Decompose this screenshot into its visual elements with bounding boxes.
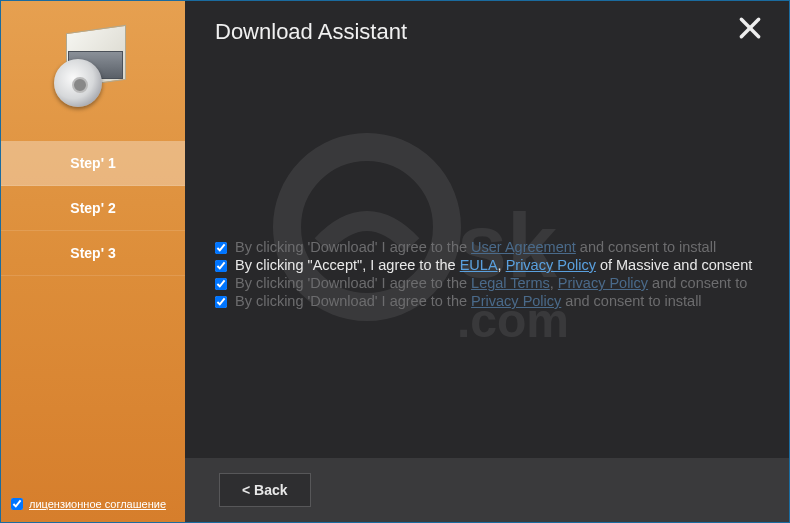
consent-post-text: and consent to install [576, 239, 716, 255]
consent-text: By clicking "Accept", I agree to the EUL… [235, 257, 752, 273]
consent-link[interactable]: Privacy Policy [558, 275, 648, 291]
main-panel: Download Assistant sk .com By clicking '… [185, 1, 789, 522]
consent-row: By clicking 'Download' I agree to the Pr… [215, 293, 769, 309]
step-1[interactable]: Step' 1 [1, 141, 185, 186]
step-3[interactable]: Step' 3 [1, 231, 185, 276]
consent-post-text: and consent to install [561, 293, 701, 309]
license-agreement-link[interactable]: лицензионное соглашение [29, 498, 166, 510]
close-button[interactable] [737, 15, 767, 45]
installer-package-icon [48, 21, 138, 111]
step-label: Step' 1 [70, 155, 115, 171]
consent-row: By clicking "Accept", I agree to the EUL… [215, 257, 769, 273]
close-icon [737, 15, 763, 41]
installer-window: Step' 1 Step' 2 Step' 3 лицензионное сог… [0, 0, 790, 523]
consent-link[interactable]: EULA [460, 257, 498, 273]
consent-post-text: and consent to [648, 275, 747, 291]
step-label: Step' 2 [70, 200, 115, 216]
consent-link[interactable]: Privacy Policy [471, 293, 561, 309]
consent-list: By clicking 'Download' I agree to the Us… [215, 239, 769, 309]
consent-pre-text: By clicking 'Download' I agree to the [235, 275, 471, 291]
consent-row: By clicking 'Download' I agree to the Le… [215, 275, 769, 291]
consent-row: By clicking 'Download' I agree to the Us… [215, 239, 769, 255]
consent-checkbox[interactable] [215, 296, 227, 308]
consent-text: By clicking 'Download' I agree to the Pr… [235, 293, 702, 309]
page-title: Download Assistant [215, 19, 759, 45]
step-label: Step' 3 [70, 245, 115, 261]
consent-link[interactable]: Privacy Policy [506, 257, 596, 273]
sidebar-license-row: лицензионное соглашение [11, 498, 166, 510]
footer-bar: < Back [185, 458, 789, 522]
step-list: Step' 1 Step' 2 Step' 3 [1, 141, 185, 276]
consent-checkbox[interactable] [215, 278, 227, 290]
consent-text: By clicking 'Download' I agree to the Us… [235, 239, 716, 255]
consent-link[interactable]: User Agreement [471, 239, 576, 255]
consent-pre-text: By clicking 'Download' I agree to the [235, 239, 471, 255]
consent-pre-text: By clicking 'Download' I agree to the [235, 293, 471, 309]
consent-pre-text: By clicking "Accept", I agree to the [235, 257, 460, 273]
step-2[interactable]: Step' 2 [1, 186, 185, 231]
sidebar: Step' 1 Step' 2 Step' 3 лицензионное сог… [1, 1, 185, 522]
consent-text: By clicking 'Download' I agree to the Le… [235, 275, 747, 291]
license-checkbox[interactable] [11, 498, 23, 510]
consent-link[interactable]: Legal Terms [471, 275, 550, 291]
back-button[interactable]: < Back [219, 473, 311, 507]
consent-checkbox[interactable] [215, 242, 227, 254]
consent-checkbox[interactable] [215, 260, 227, 272]
consent-post-text: of Massive and consent [596, 257, 752, 273]
